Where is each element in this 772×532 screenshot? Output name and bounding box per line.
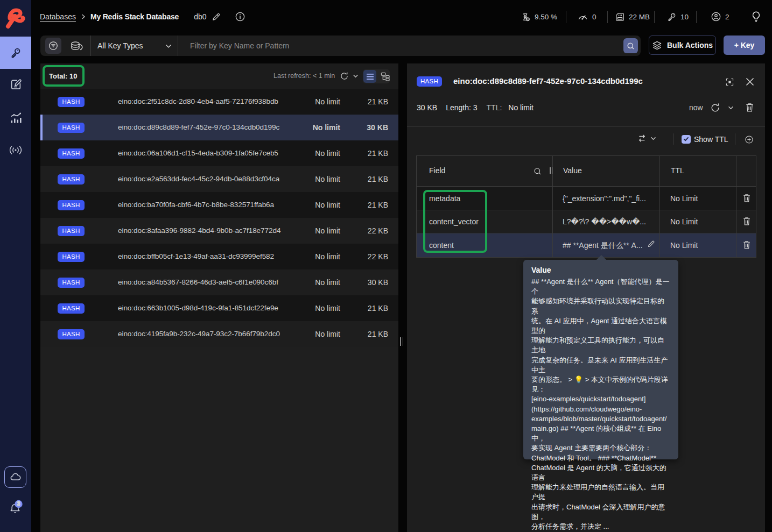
svg-text:3: 3 — [17, 501, 20, 507]
